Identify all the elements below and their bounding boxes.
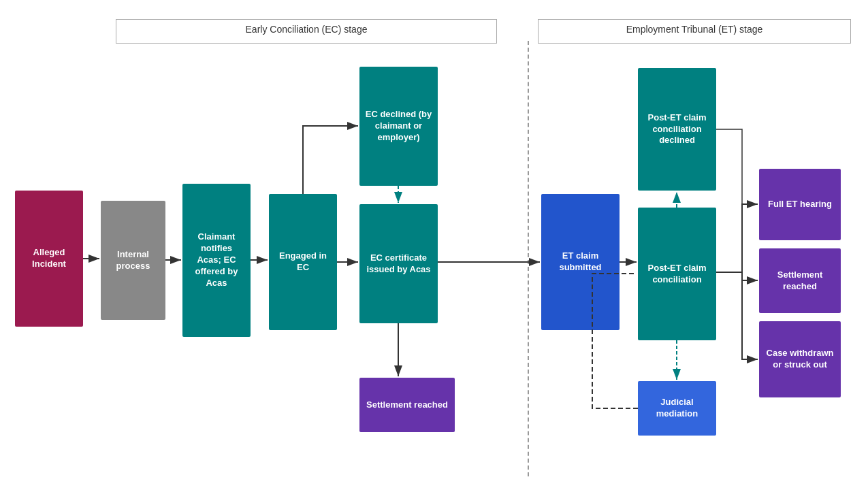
case-withdrawn-box: Case withdrawn or struck out xyxy=(759,321,841,397)
full-et-hearing-box: Full ET hearing xyxy=(759,169,841,240)
arrow-conciliation-to-full-et xyxy=(716,204,758,272)
et-stage-label: Employment Tribunal (ET) stage xyxy=(538,19,851,44)
arrow-conciliation-to-settlement-et xyxy=(716,272,758,280)
settlement-et-box: Settlement reached xyxy=(759,248,841,313)
judicial-mediation-box: Judicial mediation xyxy=(638,381,716,436)
stage-divider xyxy=(528,41,529,476)
internal-process-box: Internal process xyxy=(101,201,165,320)
engaged-in-ec-box: Engaged in EC xyxy=(269,194,337,330)
et-claim-box: ET claim submitted xyxy=(541,194,620,330)
claimant-notifies-box: Claimant notifies Acas; EC offered by Ac… xyxy=(182,184,251,337)
ec-certificate-box: EC certificate issued by Acas xyxy=(359,204,438,323)
ec-declined-box: EC declined (by claimant or employer) xyxy=(359,67,438,186)
post-et-conciliation-box: Post-ET claim conciliation xyxy=(638,208,716,340)
diagram-container: Early Conciliation (EC) stage Employment… xyxy=(0,0,868,490)
ec-stage-label: Early Conciliation (EC) stage xyxy=(116,19,497,44)
arrow-ec-to-declined xyxy=(303,126,358,194)
arrow-declined-to-outcomes xyxy=(716,129,742,204)
settlement-ec-box: Settlement reached xyxy=(359,378,455,432)
alleged-incident-box: Alleged Incident xyxy=(15,191,83,327)
arrow-conciliation-to-withdrawn xyxy=(716,272,758,359)
post-et-declined-box: Post-ET claim conciliation declined xyxy=(638,68,716,191)
